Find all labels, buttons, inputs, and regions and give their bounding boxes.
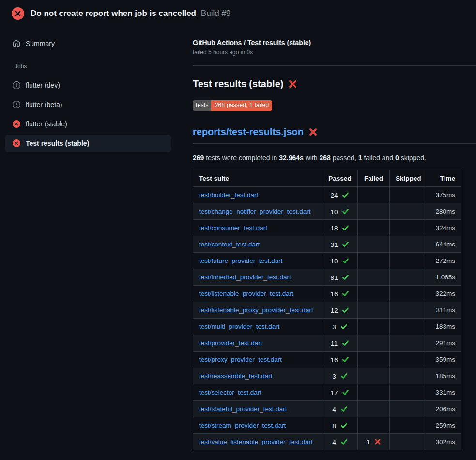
time-cell: 183ms [425, 319, 461, 335]
table-row: test/change_notifier_provider_test.dart … [193, 203, 461, 220]
failed-cell [358, 335, 390, 352]
cancelled-icon [13, 101, 20, 108]
passed-cell: 8 [322, 417, 358, 434]
passed-cell: 3 [322, 319, 358, 335]
time-cell: 259ms [425, 417, 461, 434]
passed-cell: 18 [322, 220, 358, 236]
suite-link[interactable]: test/proxy_provider_test.dart [199, 356, 282, 363]
column-header-time: Time [425, 170, 461, 187]
skipped-cell [390, 253, 425, 269]
table-row: test/stream_provider_test.dart 8 259ms [193, 417, 461, 434]
build-number: Build #9 [201, 9, 230, 18]
passed-cell: 4 [322, 401, 358, 417]
suite-link[interactable]: test/future_provider_test.dart [199, 257, 283, 264]
sidebar-item-test-results-stable[interactable]: Test results (stable) [5, 135, 171, 152]
failed-cell [358, 401, 390, 417]
suite-link[interactable]: test/value_listenable_provider_test.dart [199, 438, 313, 445]
skipped-cell [390, 286, 425, 302]
report-file-link[interactable]: reports/test-results.json [193, 126, 304, 138]
suite-link[interactable]: test/reassemble_test.dart [199, 372, 273, 380]
results-table: Test suite Passed Failed Skipped Time te… [193, 170, 461, 450]
summary-duration: 32.964s [279, 154, 304, 162]
skipped-cell [390, 203, 425, 220]
suite-link[interactable]: test/stateful_provider_test.dart [199, 405, 287, 413]
sidebar-item-flutter-dev[interactable]: flutter (dev) [5, 77, 171, 94]
check-icon [342, 274, 349, 281]
column-header-skipped: Skipped [390, 170, 425, 187]
suite-link[interactable]: test/inherited_provider_test.dart [199, 274, 291, 281]
suite-link[interactable]: test/listenable_provider_test.dart [199, 290, 293, 297]
suite-link[interactable]: test/listenable_proxy_provider_test.dart [199, 307, 313, 314]
time-cell: 644ms [425, 236, 461, 253]
skipped-cell [390, 417, 425, 434]
cancelled-icon [13, 81, 20, 89]
sidebar-item-flutter-beta[interactable]: flutter (beta) [5, 96, 171, 113]
table-row: test/proxy_provider_test.dart 16 359ms [193, 352, 461, 368]
table-row: test/value_listenable_provider_test.dart… [193, 434, 461, 450]
suite-link[interactable]: test/multi_provider_test.dart [199, 323, 280, 330]
table-row: test/multi_provider_test.dart 3 183ms [193, 319, 461, 335]
table-row: test/context_test.dart 31 644ms [193, 236, 461, 253]
summary-failed: 1 [358, 154, 362, 162]
time-cell: 185ms [425, 368, 461, 384]
failed-cell [358, 220, 390, 236]
x-icon [374, 438, 381, 445]
check-icon [340, 422, 348, 429]
failed-cell [358, 352, 390, 368]
check-icon [340, 323, 348, 330]
report-heading: reports/test-results.json [193, 126, 476, 138]
section-heading: Test results (stable) [193, 78, 476, 90]
column-header-test-suite: Test suite [193, 170, 322, 187]
check-icon [342, 307, 349, 314]
table-row: test/reassemble_test.dart 3 185ms [193, 368, 461, 384]
passed-cell: 31 [322, 236, 358, 253]
summary-text: tests were completed in [204, 154, 279, 162]
table-row: test/listenable_proxy_provider_test.dart… [193, 302, 461, 319]
failed-cell [358, 302, 390, 319]
sidebar-item-label: Test results (stable) [26, 139, 89, 147]
suite-link[interactable]: test/context_test.dart [199, 241, 260, 248]
divider [193, 143, 476, 144]
table-header-row: Test suite Passed Failed Skipped Time [193, 170, 461, 187]
tests-badge: tests 268 passed, 1 failed [193, 100, 272, 111]
main-content: GitHub Actions / Test results (stable) f… [185, 26, 476, 450]
check-icon [340, 405, 348, 413]
section-title: Test results (stable) [193, 78, 283, 90]
suite-link[interactable]: test/provider_test.dart [199, 339, 262, 347]
skipped-cell [390, 187, 425, 203]
badge-label: tests [193, 100, 211, 111]
sidebar-item-label: Summary [26, 40, 55, 47]
skipped-cell [390, 401, 425, 417]
skipped-cell [390, 236, 425, 253]
badge-value: 268 passed, 1 failed [211, 100, 272, 111]
breadcrumb: GitHub Actions / Test results (stable) [193, 39, 476, 46]
suite-link[interactable]: test/stream_provider_test.dart [199, 422, 286, 429]
failed-cell [358, 203, 390, 220]
passed-cell: 10 [322, 203, 358, 220]
suite-link[interactable]: test/builder_test.dart [199, 191, 258, 199]
suite-link[interactable]: test/selector_test.dart [199, 389, 261, 396]
check-icon [342, 339, 349, 347]
table-row: test/listenable_provider_test.dart 16 32… [193, 286, 461, 302]
time-cell: 1.065s [425, 269, 461, 286]
time-cell: 324ms [425, 220, 461, 236]
suite-link[interactable]: test/consumer_test.dart [199, 224, 267, 231]
column-header-passed: Passed [322, 170, 358, 187]
status-line: failed 5 hours ago in 0s [193, 49, 476, 56]
suite-link[interactable]: test/change_notifier_provider_test.dart [199, 208, 310, 215]
passed-cell: 10 [322, 253, 358, 269]
table-row: test/builder_test.dart 24 375ms [193, 187, 461, 203]
check-icon [342, 224, 349, 231]
sidebar-item-flutter-stable[interactable]: flutter (stable) [5, 115, 171, 133]
time-cell: 322ms [425, 286, 461, 302]
check-icon [342, 257, 349, 264]
sidebar-item-label: flutter (beta) [26, 101, 62, 108]
summary-line: 269 tests were completed in 32.964s with… [193, 154, 476, 162]
table-row: test/inherited_provider_test.dart 81 1.0… [193, 269, 461, 286]
table-row: test/future_provider_test.dart 10 272ms [193, 253, 461, 269]
failed-cell [358, 417, 390, 434]
summary-total: 269 [193, 154, 204, 162]
failed-status-icon [13, 120, 20, 128]
sidebar-item-summary[interactable]: Summary [5, 35, 171, 52]
table-row: test/consumer_test.dart 18 324ms [193, 220, 461, 236]
